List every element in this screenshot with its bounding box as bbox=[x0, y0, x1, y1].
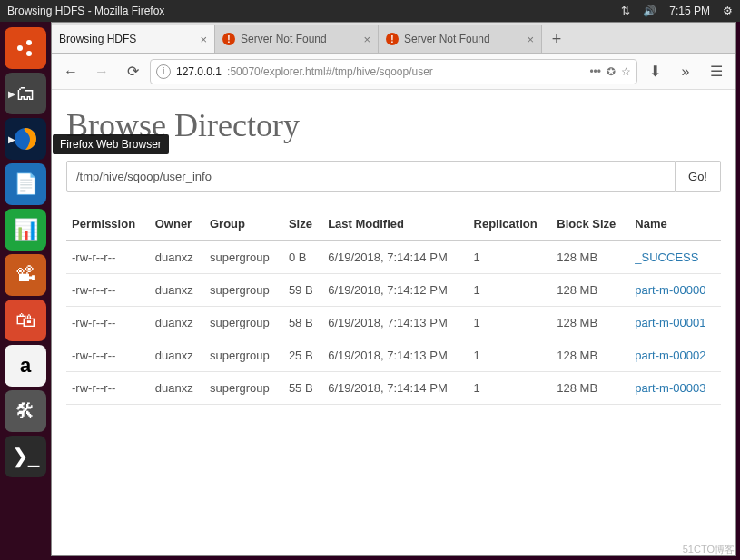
tab-1[interactable]: Browsing HDFS × bbox=[52, 25, 215, 53]
cell-group: supergroup bbox=[204, 241, 283, 274]
tab-title: Server Not Found bbox=[241, 33, 358, 45]
network-icon[interactable]: ⇅ bbox=[621, 5, 630, 17]
cell-size: 25 B bbox=[283, 339, 322, 372]
cell-owner: duanxz bbox=[150, 339, 204, 372]
file-link[interactable]: part-m-00002 bbox=[635, 349, 705, 362]
column-header[interactable]: Name bbox=[629, 208, 721, 241]
file-link[interactable]: _SUCCESS bbox=[635, 251, 698, 264]
cell-group: supergroup bbox=[204, 274, 283, 307]
nav-toolbar: ← → ⟳ i 127.0.0.1:50070/explorer.html#/t… bbox=[52, 54, 735, 90]
software-icon[interactable]: 🛍 bbox=[5, 300, 46, 341]
downloads-button[interactable]: ⬇ bbox=[641, 58, 668, 85]
cell-bs: 128 MB bbox=[551, 372, 629, 405]
menu-button[interactable]: ☰ bbox=[703, 58, 730, 85]
reload-button[interactable]: ⟳ bbox=[119, 58, 146, 85]
bookmark-icon[interactable]: ☆ bbox=[621, 65, 631, 78]
cell-lm: 6/19/2018, 7:14:13 PM bbox=[322, 307, 468, 339]
cell-lm: 6/19/2018, 7:14:14 PM bbox=[322, 372, 468, 405]
reader-icon[interactable]: ✪ bbox=[607, 65, 616, 78]
writer-icon[interactable]: 📄 bbox=[5, 163, 46, 205]
cell-perm: -rw-r--r-- bbox=[66, 274, 150, 307]
path-input[interactable] bbox=[66, 161, 676, 192]
cell-perm: -rw-r--r-- bbox=[66, 372, 150, 405]
close-icon[interactable]: × bbox=[527, 33, 534, 46]
cell-rep: 1 bbox=[469, 339, 552, 372]
file-link[interactable]: part-m-00000 bbox=[635, 283, 705, 297]
cell-name: part-m-00003 bbox=[629, 372, 721, 405]
firefox-window: Browsing HDFS × ! Server Not Found × ! S… bbox=[51, 22, 736, 556]
svg-point-2 bbox=[26, 51, 32, 56]
sound-icon[interactable]: 🔊 bbox=[643, 5, 656, 17]
cell-group: supergroup bbox=[204, 307, 283, 339]
cell-name: part-m-00002 bbox=[629, 339, 721, 372]
more-icon[interactable]: ••• bbox=[589, 65, 601, 78]
firefox-icon[interactable]: ▶ bbox=[5, 118, 46, 160]
column-header[interactable]: Block Size bbox=[551, 208, 629, 241]
url-domain: 127.0.0.1 bbox=[176, 65, 222, 78]
dash-icon[interactable] bbox=[5, 27, 46, 69]
tab-title: Server Not Found bbox=[404, 33, 521, 45]
table-row: -rw-r--r--duanxzsupergroup0 B6/19/2018, … bbox=[66, 241, 721, 274]
column-header[interactable]: Replication bbox=[469, 208, 552, 241]
cell-perm: -rw-r--r-- bbox=[66, 307, 150, 339]
system-topbar: Browsing HDFS - Mozilla Firefox ⇅ 🔊 7:15… bbox=[0, 0, 740, 22]
cell-lm: 6/19/2018, 7:14:13 PM bbox=[322, 339, 468, 372]
calc-icon[interactable]: 📊 bbox=[5, 209, 46, 251]
cell-owner: duanxz bbox=[150, 274, 204, 307]
column-header[interactable]: Group bbox=[204, 208, 283, 241]
close-icon[interactable]: × bbox=[200, 33, 207, 46]
cell-name: part-m-00001 bbox=[629, 307, 721, 339]
cell-rep: 1 bbox=[469, 307, 552, 339]
watermark: 51CTO博客 bbox=[683, 543, 735, 556]
cell-bs: 128 MB bbox=[551, 307, 629, 339]
url-bar[interactable]: i 127.0.0.1:50070/explorer.html#/tmp/hiv… bbox=[150, 59, 637, 84]
cell-owner: duanxz bbox=[150, 372, 204, 405]
column-header[interactable]: Permission bbox=[66, 208, 150, 241]
tab-bar: Browsing HDFS × ! Server Not Found × ! S… bbox=[52, 23, 735, 54]
impress-icon[interactable]: 📽 bbox=[5, 254, 46, 296]
directory-table: PermissionOwnerGroupSizeLast ModifiedRep… bbox=[66, 208, 721, 405]
settings-icon[interactable]: 🛠 bbox=[5, 390, 46, 432]
cell-name: part-m-00000 bbox=[629, 274, 721, 307]
url-path: :50070/explorer.html#/tmp/hive/sqoop/use… bbox=[227, 65, 584, 78]
column-header[interactable]: Size bbox=[283, 208, 322, 241]
overflow-button[interactable]: » bbox=[672, 58, 699, 85]
cell-rep: 1 bbox=[469, 372, 552, 405]
gear-icon[interactable]: ⚙ bbox=[723, 5, 733, 17]
column-header[interactable]: Owner bbox=[150, 208, 204, 241]
close-icon[interactable]: × bbox=[363, 33, 370, 46]
cell-size: 55 B bbox=[283, 372, 322, 405]
file-link[interactable]: part-m-00001 bbox=[635, 316, 705, 329]
back-button[interactable]: ← bbox=[57, 58, 84, 85]
terminal-icon[interactable]: ❯_ bbox=[5, 436, 46, 477]
tab-3[interactable]: ! Server Not Found × bbox=[379, 25, 542, 53]
cell-size: 59 B bbox=[283, 274, 322, 307]
tab-2[interactable]: ! Server Not Found × bbox=[215, 25, 379, 53]
site-info-icon[interactable]: i bbox=[156, 64, 171, 79]
page-content: Browse Directory Go! PermissionOwnerGrou… bbox=[52, 90, 735, 555]
clock[interactable]: 7:15 PM bbox=[669, 5, 710, 17]
cell-rep: 1 bbox=[469, 274, 552, 307]
files-icon[interactable]: ▶🗂 bbox=[5, 73, 46, 114]
tab-title: Browsing HDFS bbox=[59, 33, 194, 45]
warning-icon: ! bbox=[386, 33, 399, 45]
cell-group: supergroup bbox=[204, 372, 283, 405]
forward-button[interactable]: → bbox=[88, 58, 115, 85]
window-title: Browsing HDFS - Mozilla Firefox bbox=[7, 5, 621, 17]
launcher-tooltip: Firefox Web Browser bbox=[53, 134, 169, 154]
table-row: -rw-r--r--duanxzsupergroup25 B6/19/2018,… bbox=[66, 339, 721, 372]
cell-lm: 6/19/2018, 7:14:12 PM bbox=[322, 274, 468, 307]
table-row: -rw-r--r--duanxzsupergroup58 B6/19/2018,… bbox=[66, 307, 721, 339]
cell-perm: -rw-r--r-- bbox=[66, 339, 150, 372]
amazon-icon[interactable]: a bbox=[5, 345, 46, 387]
column-header[interactable]: Last Modified bbox=[322, 208, 468, 241]
go-button[interactable]: Go! bbox=[676, 161, 721, 192]
cell-size: 0 B bbox=[283, 241, 322, 274]
cell-bs: 128 MB bbox=[551, 339, 629, 372]
file-link[interactable]: part-m-00003 bbox=[635, 381, 705, 395]
svg-point-0 bbox=[17, 45, 23, 51]
new-tab-button[interactable]: + bbox=[542, 25, 571, 53]
cell-rep: 1 bbox=[469, 241, 552, 274]
system-tray: ⇅ 🔊 7:15 PM ⚙ bbox=[621, 5, 733, 17]
cell-owner: duanxz bbox=[150, 307, 204, 339]
